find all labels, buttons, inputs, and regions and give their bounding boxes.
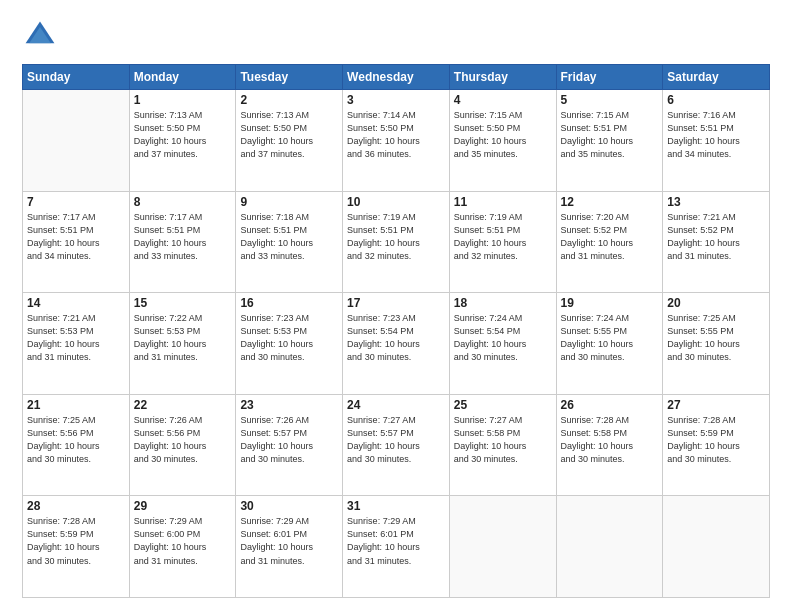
day-info: Sunrise: 7:24 AM Sunset: 5:54 PM Dayligh…: [454, 312, 552, 364]
day-number: 2: [240, 93, 338, 107]
calendar-cell: 10Sunrise: 7:19 AM Sunset: 5:51 PM Dayli…: [343, 191, 450, 293]
day-info: Sunrise: 7:13 AM Sunset: 5:50 PM Dayligh…: [134, 109, 232, 161]
day-info: Sunrise: 7:18 AM Sunset: 5:51 PM Dayligh…: [240, 211, 338, 263]
day-number: 7: [27, 195, 125, 209]
calendar-cell: 31Sunrise: 7:29 AM Sunset: 6:01 PM Dayli…: [343, 496, 450, 598]
day-info: Sunrise: 7:25 AM Sunset: 5:56 PM Dayligh…: [27, 414, 125, 466]
calendar-cell: 29Sunrise: 7:29 AM Sunset: 6:00 PM Dayli…: [129, 496, 236, 598]
day-info: Sunrise: 7:13 AM Sunset: 5:50 PM Dayligh…: [240, 109, 338, 161]
day-info: Sunrise: 7:28 AM Sunset: 5:58 PM Dayligh…: [561, 414, 659, 466]
calendar-day-header: Friday: [556, 65, 663, 90]
day-info: Sunrise: 7:28 AM Sunset: 5:59 PM Dayligh…: [27, 515, 125, 567]
day-number: 24: [347, 398, 445, 412]
day-number: 11: [454, 195, 552, 209]
day-number: 10: [347, 195, 445, 209]
calendar-cell: 18Sunrise: 7:24 AM Sunset: 5:54 PM Dayli…: [449, 293, 556, 395]
day-number: 19: [561, 296, 659, 310]
calendar-cell: 5Sunrise: 7:15 AM Sunset: 5:51 PM Daylig…: [556, 90, 663, 192]
calendar-cell: 7Sunrise: 7:17 AM Sunset: 5:51 PM Daylig…: [23, 191, 130, 293]
day-info: Sunrise: 7:17 AM Sunset: 5:51 PM Dayligh…: [134, 211, 232, 263]
calendar-cell: 20Sunrise: 7:25 AM Sunset: 5:55 PM Dayli…: [663, 293, 770, 395]
calendar-cell: [556, 496, 663, 598]
calendar-cell: 11Sunrise: 7:19 AM Sunset: 5:51 PM Dayli…: [449, 191, 556, 293]
day-info: Sunrise: 7:25 AM Sunset: 5:55 PM Dayligh…: [667, 312, 765, 364]
calendar-cell: 21Sunrise: 7:25 AM Sunset: 5:56 PM Dayli…: [23, 394, 130, 496]
calendar-cell: 2Sunrise: 7:13 AM Sunset: 5:50 PM Daylig…: [236, 90, 343, 192]
day-info: Sunrise: 7:24 AM Sunset: 5:55 PM Dayligh…: [561, 312, 659, 364]
day-info: Sunrise: 7:15 AM Sunset: 5:50 PM Dayligh…: [454, 109, 552, 161]
day-info: Sunrise: 7:15 AM Sunset: 5:51 PM Dayligh…: [561, 109, 659, 161]
calendar-cell: 1Sunrise: 7:13 AM Sunset: 5:50 PM Daylig…: [129, 90, 236, 192]
day-info: Sunrise: 7:14 AM Sunset: 5:50 PM Dayligh…: [347, 109, 445, 161]
day-number: 22: [134, 398, 232, 412]
calendar-header-row: SundayMondayTuesdayWednesdayThursdayFrid…: [23, 65, 770, 90]
day-number: 25: [454, 398, 552, 412]
calendar-cell: 8Sunrise: 7:17 AM Sunset: 5:51 PM Daylig…: [129, 191, 236, 293]
day-info: Sunrise: 7:29 AM Sunset: 6:01 PM Dayligh…: [347, 515, 445, 567]
day-number: 15: [134, 296, 232, 310]
day-number: 8: [134, 195, 232, 209]
calendar-table: SundayMondayTuesdayWednesdayThursdayFrid…: [22, 64, 770, 598]
day-info: Sunrise: 7:21 AM Sunset: 5:53 PM Dayligh…: [27, 312, 125, 364]
day-info: Sunrise: 7:22 AM Sunset: 5:53 PM Dayligh…: [134, 312, 232, 364]
calendar-week-row: 21Sunrise: 7:25 AM Sunset: 5:56 PM Dayli…: [23, 394, 770, 496]
day-info: Sunrise: 7:16 AM Sunset: 5:51 PM Dayligh…: [667, 109, 765, 161]
day-number: 1: [134, 93, 232, 107]
calendar-cell: 3Sunrise: 7:14 AM Sunset: 5:50 PM Daylig…: [343, 90, 450, 192]
calendar-cell: 4Sunrise: 7:15 AM Sunset: 5:50 PM Daylig…: [449, 90, 556, 192]
calendar-day-header: Wednesday: [343, 65, 450, 90]
day-info: Sunrise: 7:26 AM Sunset: 5:57 PM Dayligh…: [240, 414, 338, 466]
day-number: 29: [134, 499, 232, 513]
calendar-cell: 27Sunrise: 7:28 AM Sunset: 5:59 PM Dayli…: [663, 394, 770, 496]
day-info: Sunrise: 7:23 AM Sunset: 5:54 PM Dayligh…: [347, 312, 445, 364]
calendar-cell: 30Sunrise: 7:29 AM Sunset: 6:01 PM Dayli…: [236, 496, 343, 598]
calendar-week-row: 1Sunrise: 7:13 AM Sunset: 5:50 PM Daylig…: [23, 90, 770, 192]
day-info: Sunrise: 7:19 AM Sunset: 5:51 PM Dayligh…: [454, 211, 552, 263]
day-number: 3: [347, 93, 445, 107]
day-number: 27: [667, 398, 765, 412]
day-info: Sunrise: 7:28 AM Sunset: 5:59 PM Dayligh…: [667, 414, 765, 466]
day-number: 5: [561, 93, 659, 107]
calendar-week-row: 7Sunrise: 7:17 AM Sunset: 5:51 PM Daylig…: [23, 191, 770, 293]
day-number: 4: [454, 93, 552, 107]
calendar-cell: 12Sunrise: 7:20 AM Sunset: 5:52 PM Dayli…: [556, 191, 663, 293]
day-number: 26: [561, 398, 659, 412]
day-info: Sunrise: 7:27 AM Sunset: 5:57 PM Dayligh…: [347, 414, 445, 466]
calendar-cell: [449, 496, 556, 598]
logo-icon: [22, 18, 58, 54]
day-info: Sunrise: 7:26 AM Sunset: 5:56 PM Dayligh…: [134, 414, 232, 466]
day-info: Sunrise: 7:21 AM Sunset: 5:52 PM Dayligh…: [667, 211, 765, 263]
day-info: Sunrise: 7:29 AM Sunset: 6:01 PM Dayligh…: [240, 515, 338, 567]
day-number: 21: [27, 398, 125, 412]
day-info: Sunrise: 7:27 AM Sunset: 5:58 PM Dayligh…: [454, 414, 552, 466]
day-number: 6: [667, 93, 765, 107]
day-number: 31: [347, 499, 445, 513]
logo: [22, 18, 62, 54]
calendar-cell: 14Sunrise: 7:21 AM Sunset: 5:53 PM Dayli…: [23, 293, 130, 395]
day-number: 28: [27, 499, 125, 513]
calendar-cell: 15Sunrise: 7:22 AM Sunset: 5:53 PM Dayli…: [129, 293, 236, 395]
day-number: 12: [561, 195, 659, 209]
day-info: Sunrise: 7:17 AM Sunset: 5:51 PM Dayligh…: [27, 211, 125, 263]
page: SundayMondayTuesdayWednesdayThursdayFrid…: [0, 0, 792, 612]
calendar-cell: 6Sunrise: 7:16 AM Sunset: 5:51 PM Daylig…: [663, 90, 770, 192]
calendar-cell: 26Sunrise: 7:28 AM Sunset: 5:58 PM Dayli…: [556, 394, 663, 496]
calendar-week-row: 14Sunrise: 7:21 AM Sunset: 5:53 PM Dayli…: [23, 293, 770, 395]
calendar-week-row: 28Sunrise: 7:28 AM Sunset: 5:59 PM Dayli…: [23, 496, 770, 598]
calendar-cell: 28Sunrise: 7:28 AM Sunset: 5:59 PM Dayli…: [23, 496, 130, 598]
calendar-cell: [23, 90, 130, 192]
day-number: 14: [27, 296, 125, 310]
day-number: 9: [240, 195, 338, 209]
day-number: 17: [347, 296, 445, 310]
day-number: 18: [454, 296, 552, 310]
day-info: Sunrise: 7:20 AM Sunset: 5:52 PM Dayligh…: [561, 211, 659, 263]
day-number: 16: [240, 296, 338, 310]
day-number: 13: [667, 195, 765, 209]
calendar-cell: 17Sunrise: 7:23 AM Sunset: 5:54 PM Dayli…: [343, 293, 450, 395]
calendar-cell: 9Sunrise: 7:18 AM Sunset: 5:51 PM Daylig…: [236, 191, 343, 293]
calendar-cell: 25Sunrise: 7:27 AM Sunset: 5:58 PM Dayli…: [449, 394, 556, 496]
day-info: Sunrise: 7:19 AM Sunset: 5:51 PM Dayligh…: [347, 211, 445, 263]
calendar-day-header: Saturday: [663, 65, 770, 90]
calendar-cell: [663, 496, 770, 598]
day-number: 23: [240, 398, 338, 412]
